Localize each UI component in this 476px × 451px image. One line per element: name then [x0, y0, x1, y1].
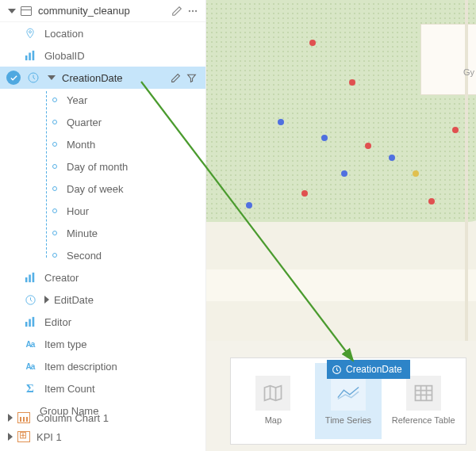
datepart-quarter[interactable]: Quarter — [0, 111, 205, 133]
drop-slot-map[interactable]: Map — [240, 363, 306, 439]
field-label: Day of month — [67, 161, 199, 173]
svg-rect-13 — [29, 319, 31, 327]
datepart-year[interactable]: Year — [0, 89, 205, 111]
svg-rect-5 — [29, 53, 31, 61]
svg-rect-16 — [415, 386, 432, 401]
map-label: Gy — [463, 67, 474, 77]
layer-name: community_cleanup — [38, 5, 169, 17]
bars-icon — [22, 269, 38, 285]
svg-rect-12 — [25, 322, 28, 327]
field-itemdesc[interactable]: Aa Item description — [0, 355, 205, 377]
field-label: Day of week — [67, 183, 199, 195]
bullet-icon — [52, 186, 57, 191]
expand-icon — [8, 414, 13, 422]
datepart-dom[interactable]: Day of month — [0, 155, 205, 178]
more-icon[interactable] — [185, 3, 201, 19]
text-icon: Aa — [22, 336, 38, 352]
field-label: Minute — [67, 227, 199, 239]
expand-icon — [8, 433, 13, 441]
map-slot-icon — [255, 376, 290, 411]
field-label: Second — [67, 250, 199, 262]
element-label: Column Chart 1 — [36, 412, 205, 424]
svg-rect-8 — [25, 277, 28, 282]
map-preview[interactable]: Gy — [206, 0, 476, 341]
field-itemtype[interactable]: Aa Item type — [0, 333, 205, 355]
bullet-icon — [52, 231, 57, 235]
datepart-hour[interactable]: Hour — [0, 200, 205, 222]
bullet-icon — [52, 208, 57, 213]
svg-point-2 — [195, 10, 197, 11]
drag-chip-label: CreationDate — [346, 364, 402, 375]
timeseries-slot-icon — [331, 376, 366, 411]
field-label: Item type — [44, 338, 199, 350]
datepart-dow[interactable]: Day of week — [0, 178, 205, 200]
bullet-icon — [52, 253, 57, 258]
bars-icon — [22, 314, 38, 330]
element-column-chart-1[interactable]: Column Chart 1 — [0, 408, 205, 427]
svg-rect-10 — [33, 273, 35, 282]
location-icon — [22, 25, 38, 41]
element-label: KPI 1 — [36, 431, 205, 443]
drag-chip-creationdate[interactable]: CreationDate — [327, 360, 410, 379]
field-itemcount[interactable]: Σ Item Count — [0, 377, 205, 399]
bullet-icon — [52, 142, 57, 147]
clock-icon — [22, 292, 38, 308]
field-label: CreationDate — [62, 72, 167, 84]
field-label: Creator — [44, 272, 199, 284]
datepart-minute[interactable]: Minute — [0, 222, 205, 244]
field-creator[interactable]: Creator — [0, 266, 205, 289]
field-label: Item Count — [44, 383, 199, 395]
table-slot-icon — [406, 376, 441, 411]
drop-target-panel: CreationDate Map Time Series Reference T… — [230, 357, 466, 445]
tree-connector — [46, 91, 47, 258]
bullet-icon — [52, 164, 57, 169]
field-creationdate[interactable]: CreationDate — [0, 67, 205, 89]
svg-point-1 — [192, 10, 194, 11]
svg-point-3 — [29, 31, 32, 33]
kpi-icon — [17, 431, 30, 442]
element-kpi-1[interactable]: KPI 1 — [0, 427, 205, 446]
field-label: Editor — [44, 316, 199, 328]
table-icon — [21, 6, 32, 16]
field-location[interactable]: Location — [0, 22, 205, 44]
edit-icon[interactable] — [167, 70, 183, 86]
collapse-icon — [8, 9, 16, 13]
slot-label: Reference Table — [392, 415, 455, 426]
filter-icon[interactable] — [183, 70, 199, 86]
slot-label: Time Series — [325, 415, 371, 426]
svg-rect-6 — [33, 51, 35, 60]
expand-icon — [44, 296, 49, 304]
field-label: Year — [67, 94, 199, 106]
svg-rect-14 — [33, 317, 35, 327]
bullet-icon — [52, 97, 57, 102]
svg-rect-9 — [29, 275, 31, 283]
datepart-second[interactable]: Second — [0, 244, 205, 266]
field-editdate[interactable]: EditDate — [0, 289, 205, 311]
expand-icon — [48, 75, 56, 80]
canvas-pane: Gy CreationDate Map — [206, 0, 476, 451]
clock-icon — [25, 70, 41, 86]
svg-rect-4 — [25, 55, 28, 60]
bullet-icon — [52, 120, 57, 124]
field-label: Hour — [67, 205, 199, 217]
edit-icon[interactable] — [169, 3, 185, 19]
sigma-icon: Σ — [22, 380, 38, 396]
field-label: Month — [67, 139, 199, 151]
bars-icon — [22, 48, 38, 63]
layer-header[interactable]: community_cleanup — [0, 0, 205, 22]
field-label: Quarter — [67, 117, 199, 128]
slot-label: Map — [265, 415, 282, 426]
svg-point-0 — [189, 10, 190, 11]
field-globalid[interactable]: GlobalID — [0, 44, 205, 67]
datepart-month[interactable]: Month — [0, 133, 205, 155]
field-label: Item description — [44, 361, 199, 373]
field-label: GlobalID — [44, 50, 199, 62]
selected-check-icon — [6, 71, 21, 85]
text-icon: Aa — [22, 358, 38, 374]
field-tree-sidebar: community_cleanup Location GlobalID — [0, 0, 206, 451]
field-editor[interactable]: Editor — [0, 311, 205, 333]
field-label: EditDate — [54, 294, 199, 306]
column-chart-icon — [17, 412, 30, 423]
field-label: Location — [44, 28, 199, 40]
